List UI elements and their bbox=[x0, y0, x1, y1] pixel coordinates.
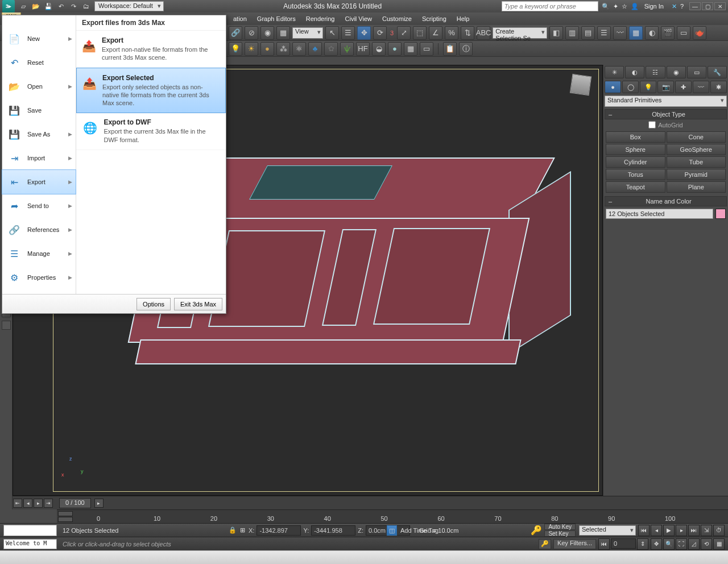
tab-hierarchy-icon[interactable]: ☷ bbox=[646, 66, 665, 78]
time-ruler[interactable]: 0102030405060708090100 bbox=[57, 509, 728, 523]
light-icon[interactable]: 💡 bbox=[229, 42, 242, 56]
menu-item-graph-editors[interactable]: Graph Editors bbox=[257, 15, 296, 22]
sphere-blue-icon[interactable]: ● bbox=[388, 42, 402, 56]
percent-snap-icon[interactable]: % bbox=[445, 26, 458, 40]
app-menu-item-save[interactable]: 💾Save bbox=[2, 98, 76, 122]
export-option-export-selected[interactable]: 📤Export SelectedExport only selected obj… bbox=[76, 68, 226, 114]
help-icon[interactable]: ? bbox=[680, 3, 684, 10]
subscription-icon[interactable]: ✦ bbox=[613, 3, 618, 10]
tree1-icon[interactable]: ♣ bbox=[308, 42, 322, 56]
time-config-icon[interactable]: ⏱ bbox=[713, 525, 725, 536]
add-time-tag-label[interactable]: Add Time Tag bbox=[400, 527, 439, 534]
subtab-spacewarps-icon[interactable]: 〰 bbox=[693, 81, 709, 93]
listener-output[interactable]: Welcome to M bbox=[3, 539, 57, 549]
sun-icon[interactable]: ☀ bbox=[245, 42, 258, 56]
app-menu-item-new[interactable]: 📄New▶ bbox=[2, 27, 76, 51]
subtab-shapes-icon[interactable]: ◯ bbox=[622, 81, 639, 93]
render-icon[interactable]: 🫖 bbox=[693, 26, 706, 40]
unlink-icon[interactable]: ⊘ bbox=[245, 26, 258, 40]
rollout-name-color[interactable]: –Name and Color bbox=[605, 196, 727, 206]
project-icon[interactable]: 🗂 bbox=[81, 1, 91, 11]
btn-cylinder[interactable]: Cylinder bbox=[606, 156, 665, 168]
btn-sphere[interactable]: Sphere bbox=[606, 144, 665, 155]
export-option-export[interactable]: 📤ExportExport non-native file formats fr… bbox=[76, 31, 226, 68]
btn-box[interactable]: Box bbox=[606, 131, 665, 143]
stone-icon[interactable]: ◒ bbox=[372, 42, 386, 56]
rollout-object-type[interactable]: –Object Type bbox=[605, 109, 727, 119]
open-file-icon[interactable]: 📂 bbox=[31, 1, 41, 11]
scale-icon[interactable]: ⤢ bbox=[397, 26, 411, 40]
layers-icon[interactable]: ▤ bbox=[581, 26, 595, 40]
zoom-icon[interactable]: 🔍 bbox=[663, 538, 675, 550]
color-swatch[interactable] bbox=[715, 209, 726, 219]
key-mode-icon[interactable]: 🔑 bbox=[531, 525, 542, 536]
close-button[interactable]: ✕ bbox=[714, 2, 726, 10]
time-tag-icon[interactable]: ◫ bbox=[387, 525, 397, 536]
prev-key-icon[interactable]: ⏮ bbox=[598, 538, 610, 550]
maxscript-mini-listener[interactable] bbox=[3, 525, 57, 536]
tab-utilities-icon[interactable]: 🔧 bbox=[708, 66, 727, 78]
mirror-icon[interactable]: ◧ bbox=[549, 26, 563, 40]
minimize-button[interactable]: — bbox=[689, 2, 701, 10]
tab-motion-icon[interactable]: ◉ bbox=[667, 66, 686, 78]
btn-tube[interactable]: Tube bbox=[667, 156, 726, 168]
layer-manager-icon[interactable]: ☰ bbox=[597, 26, 611, 40]
prev-frame-icon[interactable]: ◂ bbox=[651, 525, 662, 536]
btn-pyramid[interactable]: Pyramid bbox=[667, 169, 726, 180]
selection-filter-icon[interactable]: ▦ bbox=[276, 26, 290, 40]
restore-button[interactable]: ▢ bbox=[702, 2, 713, 10]
geometry-category-dropdown[interactable]: Standard Primitives bbox=[605, 96, 727, 107]
frame-spinner-icon[interactable]: ⇕ bbox=[637, 538, 648, 550]
time-slider[interactable]: 0 / 100 bbox=[59, 498, 91, 508]
key-target-dropdown[interactable]: Selected bbox=[579, 525, 636, 536]
search-input[interactable] bbox=[502, 1, 598, 11]
named-sel-icon[interactable]: ABC bbox=[477, 26, 490, 40]
grid-icon[interactable]: ▦ bbox=[404, 42, 417, 56]
app-menu-item-open[interactable]: 📂Open▶ bbox=[2, 74, 76, 98]
x-coord-field[interactable] bbox=[257, 525, 301, 536]
scroll-left-end-icon[interactable]: ⇤ bbox=[13, 499, 22, 508]
spinner-snap-icon[interactable]: ⇅ bbox=[461, 26, 474, 40]
fov-icon[interactable]: ◿ bbox=[688, 538, 700, 550]
info-icon[interactable]: ⓘ bbox=[459, 42, 473, 56]
btn-teapot[interactable]: Teapot bbox=[606, 181, 665, 193]
isolate-icon[interactable]: ⊞ bbox=[240, 526, 245, 534]
app-menu-item-properties[interactable]: ⚙Properties▶ bbox=[2, 266, 76, 289]
app-menu-item-import[interactable]: ⇥Import▶ bbox=[2, 146, 76, 170]
lock-selection-icon[interactable]: 🔒 bbox=[229, 526, 237, 534]
setkey-button[interactable]: Set Key bbox=[544, 530, 576, 537]
scroll-right-end-icon[interactable]: ⇥ bbox=[44, 499, 53, 508]
y-coord-field[interactable] bbox=[311, 525, 355, 536]
play-icon[interactable]: ▶ bbox=[663, 525, 675, 536]
app-menu-item-save-as[interactable]: 💾Save As▶ bbox=[2, 122, 76, 146]
select-name-icon[interactable]: ☰ bbox=[341, 26, 355, 40]
app-menu-item-reset[interactable]: ↶Reset bbox=[2, 51, 76, 74]
scroll-right-icon[interactable]: ▸ bbox=[34, 499, 43, 508]
tree2-icon[interactable]: ✿ bbox=[324, 42, 338, 56]
exchange-icon[interactable]: ✕ bbox=[672, 3, 677, 10]
link-icon[interactable]: 🔗 bbox=[229, 26, 242, 40]
options-button[interactable]: Options bbox=[136, 298, 171, 310]
tab-display-icon[interactable]: ▭ bbox=[687, 66, 706, 78]
user-icon[interactable]: 👤 bbox=[631, 3, 639, 10]
render-region-icon[interactable]: ▭ bbox=[420, 42, 433, 56]
undo-icon[interactable]: ↶ bbox=[56, 1, 66, 11]
subtab-geometry-icon[interactable]: ● bbox=[605, 81, 621, 93]
list-icon[interactable]: 📋 bbox=[443, 42, 457, 56]
material-editor-icon[interactable]: ◐ bbox=[645, 26, 659, 40]
new-file-icon[interactable]: ▱ bbox=[18, 1, 28, 11]
search-go-icon[interactable]: 🔍 bbox=[602, 3, 610, 10]
save-file-icon[interactable]: 💾 bbox=[43, 1, 53, 11]
setkey-large-icon[interactable]: 🔑 bbox=[539, 539, 551, 549]
tab-create-icon[interactable]: ✳ bbox=[605, 66, 624, 78]
app-menu-item-send-to[interactable]: ➦Send to▶ bbox=[2, 194, 76, 218]
menu-item-customize[interactable]: Customize bbox=[382, 15, 412, 22]
ref-coord-dropdown[interactable]: View bbox=[292, 27, 323, 39]
viewcube-icon[interactable] bbox=[570, 74, 592, 96]
strip-btn-2[interactable] bbox=[2, 321, 11, 330]
schematic-view-icon[interactable]: ▦ bbox=[629, 26, 643, 40]
hf-icon[interactable]: HF bbox=[356, 42, 370, 56]
sign-in-link[interactable]: Sign In bbox=[644, 3, 664, 10]
render-frame-icon[interactable]: ▭ bbox=[677, 26, 690, 40]
select-object-icon[interactable]: ↖ bbox=[325, 26, 339, 40]
